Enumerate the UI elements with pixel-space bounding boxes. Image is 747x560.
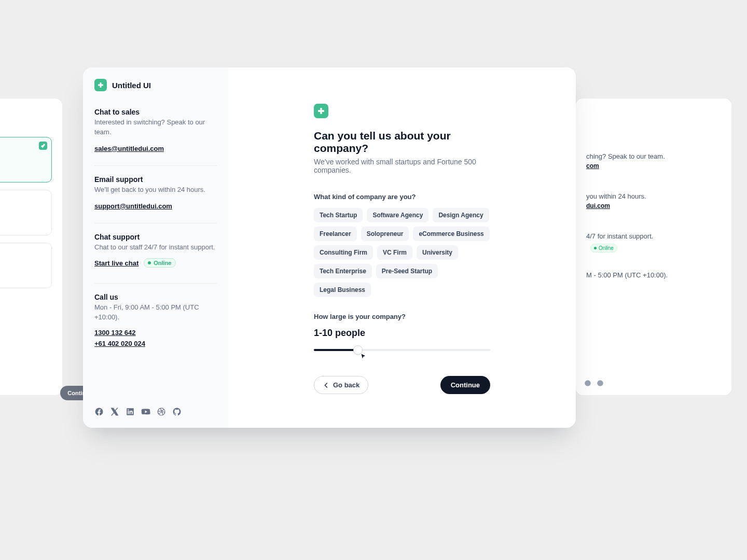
background-right-panel: ching? Speak to our team. com you within…: [576, 99, 731, 395]
company-kind-chips: Tech Startup Software Agency Design Agen…: [314, 208, 490, 297]
chip-consulting[interactable]: Consulting Firm: [314, 245, 373, 260]
bg-option-card: omething else e're here to help!: [0, 243, 52, 288]
chip-tech-startup[interactable]: Tech Startup: [314, 208, 363, 222]
phone-link-2[interactable]: +61 402 020 024: [94, 340, 145, 347]
support-email-link[interactable]: support@untitledui.com: [94, 202, 172, 210]
company-size-slider[interactable]: [314, 346, 490, 354]
slider-thumb[interactable]: [353, 345, 363, 355]
divider: [94, 223, 217, 223]
company-size-value: 1-10 people: [314, 328, 490, 339]
chip-university[interactable]: University: [417, 245, 458, 260]
slider-fill: [314, 349, 358, 351]
page-title: Can you tell us about your company?: [314, 130, 490, 155]
sidebar-section-call: Call us Mon - Fri, 9:00 AM - 5:00 PM (UT…: [94, 293, 217, 351]
chip-solopreneur[interactable]: Solopreneur: [361, 227, 409, 241]
chip-preseed[interactable]: Pre-Seed Startup: [376, 264, 438, 278]
bg-sub: ts ready to help.: [0, 120, 52, 128]
bg-option-card: ebsite development eed a website built.: [0, 137, 52, 183]
section-desc: Mon - Fri, 9:00 AM - 5:00 PM (UTC +10:00…: [94, 303, 217, 323]
check-icon: [39, 142, 47, 150]
continue-button[interactable]: Continue: [440, 376, 490, 394]
online-badge: Online: [144, 258, 175, 268]
x-icon[interactable]: [110, 407, 119, 416]
linkedin-icon[interactable]: [126, 407, 135, 416]
go-back-label: Go back: [333, 381, 359, 389]
chip-design-agency[interactable]: Design Agency: [433, 208, 489, 222]
chip-legal[interactable]: Legal Business: [314, 283, 371, 297]
svg-point-0: [585, 380, 591, 386]
onboarding-modal: Untitled UI Chat to sales Interested in …: [83, 67, 576, 428]
svg-point-1: [597, 380, 603, 386]
sidebar-section-sales: Chat to sales Interested in switching? S…: [94, 108, 217, 153]
brand: Untitled UI: [94, 79, 217, 91]
chip-software-agency[interactable]: Software Agency: [367, 208, 428, 222]
background-left-panel: ? ts ready to help. ebsite development e…: [0, 99, 62, 395]
section-desc: Interested in switching? Speak to our te…: [94, 118, 217, 137]
brand-name: Untitled UI: [112, 81, 151, 90]
sales-email-link[interactable]: sales@untitledui.com: [94, 145, 164, 152]
company-size-label: How large is your company?: [314, 313, 490, 320]
section-title: Chat to sales: [94, 108, 217, 116]
dribbble-icon[interactable]: [157, 407, 166, 416]
chip-tech-enterprise[interactable]: Tech Enterprise: [314, 264, 372, 278]
live-chat-link[interactable]: Start live chat: [94, 259, 139, 267]
chip-vc-firm[interactable]: VC Firm: [377, 245, 412, 260]
bg-heading: ?: [0, 109, 52, 117]
action-row: Go back Continue: [314, 376, 490, 394]
sidebar-section-email-support: Email support We'll get back to you with…: [94, 175, 217, 211]
page-subtitle: We've worked with small startups and For…: [314, 158, 490, 174]
phone-link-1[interactable]: 1300 132 642: [94, 329, 136, 337]
divider: [94, 283, 217, 284]
github-icon[interactable]: [172, 407, 182, 416]
sidebar-section-chat-support: Chat support Chat to our staff 24/7 for …: [94, 233, 217, 271]
chip-freelancer[interactable]: Freelancer: [314, 227, 357, 241]
logo-icon: [314, 104, 328, 118]
section-title: Chat support: [94, 233, 217, 241]
section-desc: Chat to our staff 24/7 for instant suppo…: [94, 243, 217, 253]
sidebar: Untitled UI Chat to sales Interested in …: [83, 67, 228, 428]
bg-social-icons: [584, 380, 604, 387]
chip-ecommerce[interactable]: eCommerce Business: [413, 227, 489, 241]
facebook-icon[interactable]: [94, 407, 104, 416]
company-kind-label: What kind of company are you?: [314, 193, 490, 201]
arrow-left-icon: [323, 382, 330, 389]
section-title: Email support: [94, 175, 217, 184]
social-icons: [94, 407, 217, 416]
main-content: Can you tell us about your company? We'v…: [228, 67, 576, 428]
go-back-button[interactable]: Go back: [314, 376, 368, 394]
section-title: Call us: [94, 293, 217, 301]
section-desc: We'll get back to you within 24 hours.: [94, 185, 217, 195]
divider: [94, 165, 217, 166]
youtube-icon[interactable]: [141, 407, 150, 416]
logo-icon: [94, 79, 107, 91]
bg-option-card: ontent creation ant to grow my blog: [0, 190, 52, 235]
online-badge: Online: [590, 244, 617, 253]
